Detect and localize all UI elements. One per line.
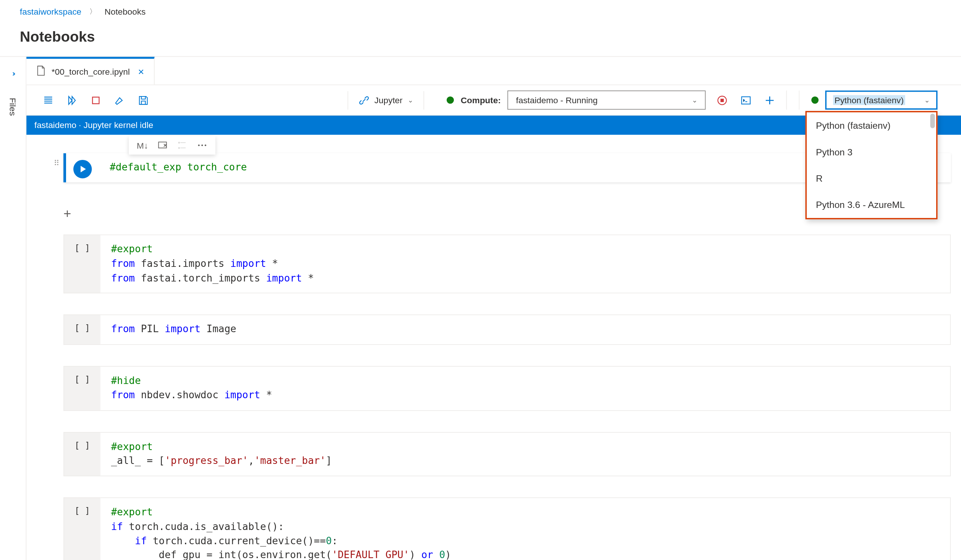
save-icon[interactable] — [137, 94, 149, 106]
expand-sidebar-icon[interactable]: ›› — [12, 69, 14, 78]
kernel-option[interactable]: Python (fastaienv) — [807, 112, 936, 138]
cell-prompt: [ ] — [74, 375, 90, 384]
cell-prompt: [ ] — [74, 323, 90, 333]
code-cell[interactable]: [ ] #export from fastai.imports import *… — [26, 234, 950, 294]
chevron-down-icon: ⌄ — [692, 96, 697, 104]
code-editor[interactable]: #export if torch.cuda.is_available(): if… — [101, 497, 951, 560]
link-icon — [358, 95, 369, 106]
tab-open-file[interactable]: *00_torch_core.ipynl ✕ — [26, 57, 154, 85]
sidebar: ›› Files — [0, 57, 26, 560]
more-cell-actions-icon[interactable] — [197, 140, 207, 151]
svg-point-9 — [205, 144, 206, 146]
scrollbar-thumb[interactable] — [930, 114, 935, 128]
chevron-down-icon: ⌄ — [408, 96, 413, 104]
kernel-status-dot — [811, 96, 818, 104]
svg-point-6 — [178, 147, 180, 149]
cell-settings-icon[interactable] — [177, 140, 188, 151]
svg-point-7 — [198, 144, 200, 146]
breadcrumb-parent[interactable]: fastaiworkspace — [20, 7, 82, 16]
code-cell[interactable]: [ ] from PIL import Image — [26, 314, 950, 345]
close-tab-icon[interactable]: ✕ — [138, 67, 145, 77]
stop-icon[interactable] — [90, 94, 102, 106]
kernel-option[interactable]: R — [807, 165, 936, 191]
run-all-icon[interactable] — [66, 94, 78, 106]
code-editor[interactable]: #export from fastai.imports import * fro… — [101, 234, 951, 294]
cell-active-indicator — [63, 153, 66, 182]
svg-rect-2 — [720, 98, 724, 102]
kernel-dropdown: Python (fastaienv) Python 3 R Python 3.6… — [805, 111, 937, 220]
add-compute-icon[interactable] — [764, 94, 776, 106]
run-cell-button[interactable] — [73, 160, 92, 178]
drag-handle-icon[interactable]: ⠿ — [54, 158, 60, 168]
code-editor[interactable]: from PIL import Image — [101, 314, 951, 345]
code-editor[interactable]: #export _all_ = ['progress_bar','master_… — [101, 432, 951, 476]
svg-rect-3 — [742, 96, 750, 104]
kernel-group: Python (fastaienv) ⌄ Python (fastaienv) … — [799, 90, 946, 109]
files-sidebar-label[interactable]: Files — [8, 98, 18, 116]
stop-compute-icon[interactable] — [716, 94, 728, 106]
code-cell[interactable]: [ ] #export if torch.cuda.is_available()… — [26, 497, 950, 560]
page-title: Notebooks — [0, 23, 961, 56]
cell-prompt: [ ] — [74, 440, 90, 450]
menu-icon[interactable] — [42, 94, 55, 106]
delete-cell-icon[interactable] — [157, 140, 168, 151]
kernel-selected-value: Python (fastaienv) — [833, 95, 905, 105]
svg-rect-0 — [92, 97, 99, 104]
compute-selected-value: fastaidemo - Running — [516, 95, 598, 105]
notebook-file-icon — [36, 65, 46, 78]
breadcrumb: fastaiworkspace 〉 Notebooks — [0, 0, 961, 23]
code-cell[interactable]: [ ] #hide from nbdev.showdoc import * — [26, 366, 950, 411]
cell-prompt: [ ] — [74, 243, 90, 253]
compute-status-dot — [447, 96, 454, 104]
jupyter-dropdown[interactable]: Jupyter ⌄ — [347, 91, 424, 109]
tab-bar: *00_torch_core.ipynl ✕ — [26, 57, 961, 85]
breadcrumb-current: Notebooks — [104, 7, 145, 16]
svg-point-5 — [178, 142, 180, 144]
compute-label: Compute: — [461, 95, 501, 105]
compute-group: Compute: fastaidemo - Running ⌄ — [436, 90, 787, 109]
code-cell[interactable]: [ ] #export _all_ = ['progress_bar','mas… — [26, 432, 950, 476]
kernel-option[interactable]: Python 3.6 - AzureML — [807, 191, 936, 218]
cell-prompt: [ ] — [74, 506, 90, 516]
toolbar: Jupyter ⌄ Compute: fastaidemo - Running … — [26, 85, 961, 116]
svg-point-8 — [202, 144, 203, 146]
code-editor[interactable]: #hide from nbdev.showdoc import * — [101, 366, 951, 411]
convert-markdown-button[interactable]: M↓ — [137, 140, 148, 150]
jupyter-label: Jupyter — [374, 95, 402, 105]
clear-output-icon[interactable] — [114, 94, 126, 106]
tab-filename: *00_torch_core.ipynl — [51, 67, 130, 77]
kernel-option[interactable]: Python 3 — [807, 139, 936, 165]
compute-select[interactable]: fastaidemo - Running ⌄ — [508, 90, 706, 109]
chevron-down-icon: ⌄ — [924, 96, 929, 104]
chevron-right-icon: 〉 — [89, 7, 96, 16]
terminal-icon[interactable] — [740, 94, 752, 106]
kernel-select[interactable]: Python (fastaienv) ⌄ — [825, 90, 937, 109]
cell-toolbar: M↓ — [129, 136, 215, 155]
